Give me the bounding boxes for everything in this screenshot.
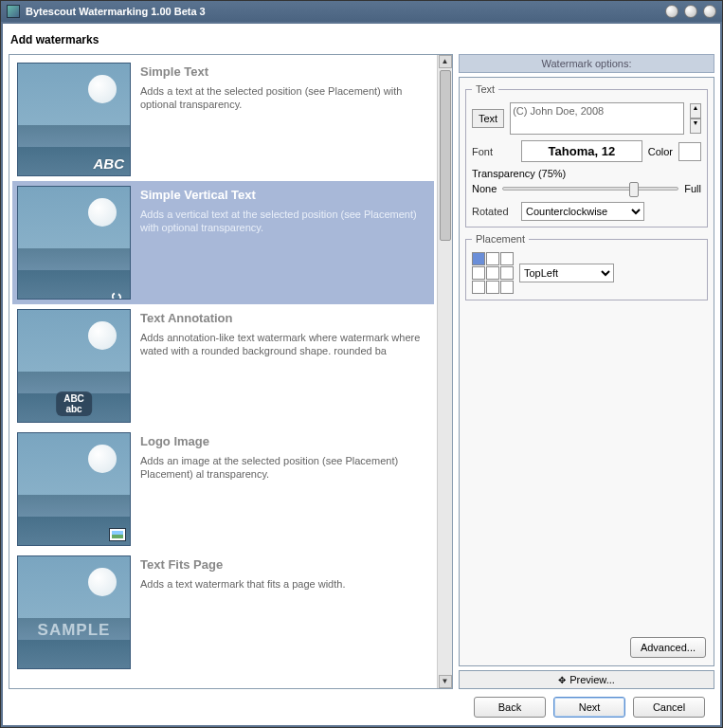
watermark-info: Simple Vertical TextAdds a vertical text… [140,186,429,300]
watermark-description: Adds a vertical text at the selected pos… [140,208,429,235]
watermark-text-input[interactable] [510,102,684,135]
color-picker[interactable] [678,142,701,161]
watermark-item[interactable]: ABCabcText AnnotationAdds annotation-lik… [12,304,434,428]
watermark-thumbnail [17,432,131,546]
watermark-info: Text Fits PageAdds a text watermark that… [140,555,429,669]
page-title: Add watermarks [9,29,714,54]
minimize-button[interactable] [665,5,678,18]
watermark-info: Simple TextAdds a text at the selected p… [140,63,429,176]
watermark-title: Logo Image [140,434,429,448]
watermark-description: Adds an image at the selected position (… [140,454,429,482]
close-button[interactable] [703,5,716,18]
placement-fieldset: Placement [465,233,708,300]
text-spinner: ▲ ▼ [690,103,701,134]
thumb-overlay-annotation: ABCabc [56,391,92,416]
watermark-list: ABCSimple TextAdds a text at the selecte… [9,55,437,688]
thumb-overlay-logo-icon [109,528,126,541]
watermark-description: Adds annotation-like text watermark wher… [140,331,429,358]
thumb-overlay-sample: SAMPLE [20,621,128,640]
placement-legend: Placement [472,233,529,245]
font-label: Font [472,146,515,157]
text-legend: Text [472,83,498,95]
watermark-thumbnail: ABC [17,186,131,300]
font-selector[interactable]: Tahoma, 12 [521,140,642,162]
window-title: Bytescout Watermarking 1.00 Beta 3 [26,6,660,17]
options-panel: Watermark options: Text Text ▲ ▼ [459,54,714,689]
watermark-info: Logo ImageAdds an image at the selected … [140,432,429,546]
moon-icon [88,198,117,227]
options-header: Watermark options: [459,54,714,73]
content-area: Add watermarks ABCSimple TextAdds a text… [3,24,720,725]
text-spin-up[interactable]: ▲ [690,103,701,118]
transparency-label: Transparency (75%) [472,168,701,179]
placement-cell-br[interactable] [500,281,514,294]
moon-icon [88,568,117,596]
maximize-button[interactable] [684,5,697,18]
thumb-overlay-vertical: ABC [109,293,124,300]
titlebar: Bytescout Watermarking 1.00 Beta 3 [1,1,722,22]
placement-select[interactable]: TopLeft [519,264,614,282]
main-panels: ABCSimple TextAdds a text at the selecte… [9,54,714,689]
watermark-item[interactable]: ABCSimple TextAdds a text at the selecte… [12,58,434,181]
watermark-title: Simple Text [140,64,429,79]
scroll-thumb[interactable] [440,70,451,241]
watermark-title: Simple Vertical Text [140,188,429,202]
move-icon: ✥ [558,675,566,685]
wizard-footer: Back Next Cancel [9,689,714,725]
text-mode-button[interactable]: Text [472,109,504,128]
rotated-select[interactable]: Counterclockwise [521,202,644,221]
text-spin-down[interactable]: ▼ [690,118,701,134]
watermark-thumbnail: ABCabc [17,309,131,423]
watermark-item[interactable]: ABCSimple Vertical TextAdds a vertical t… [12,181,434,304]
color-label: Color [648,146,673,157]
scrollbar-vertical[interactable]: ▲ ▼ [437,55,452,688]
watermark-title: Text Annotation [140,311,429,325]
transparency-full-label: Full [684,183,701,194]
advanced-button[interactable]: Advanced... [630,637,706,658]
placement-cell-bl[interactable] [472,281,485,294]
watermark-description: Adds a text watermark that fits a page w… [140,577,429,591]
watermark-info: Text AnnotationAdds annotation-like text… [140,309,429,423]
slider-thumb[interactable] [629,182,639,197]
moon-icon [88,75,117,103]
preview-label: Preview... [569,674,615,685]
transparency-none-label: None [472,183,497,194]
watermark-thumbnail: SAMPLE [17,555,131,669]
placement-cell-bc[interactable] [486,281,499,294]
placement-cell-tr[interactable] [500,252,514,265]
watermark-description: Adds a text at the selected position (se… [140,84,429,112]
back-button[interactable]: Back [474,697,546,718]
rotated-label: Rotated [472,206,515,217]
placement-cell-mc[interactable] [486,266,499,280]
watermark-item[interactable]: SAMPLEText Fits PageAdds a text watermar… [12,551,434,674]
watermark-list-panel: ABCSimple TextAdds a text at the selecte… [9,54,453,689]
options-body: Text Text ▲ ▼ Font Tahoma, 12 [459,77,714,666]
placement-cell-ml[interactable] [472,266,485,280]
scroll-down-arrow[interactable]: ▼ [439,675,452,688]
watermark-thumbnail: ABC [17,63,131,176]
watermark-title: Text Fits Page [140,557,429,572]
thumb-overlay-text: ABC [94,155,125,172]
placement-grid[interactable] [472,252,514,294]
placement-cell-tl[interactable] [472,252,485,265]
scroll-up-arrow[interactable]: ▲ [439,55,452,68]
placement-cell-tc[interactable] [486,252,499,265]
placement-cell-mr[interactable] [500,266,514,280]
cancel-button[interactable]: Cancel [633,697,705,718]
preview-button[interactable]: ✥ Preview... [459,670,714,689]
moon-icon [88,445,117,473]
next-button[interactable]: Next [553,697,625,718]
app-icon [7,5,20,18]
app-window: Bytescout Watermarking 1.00 Beta 3 Add w… [0,0,723,728]
transparency-slider[interactable] [502,187,678,191]
text-fieldset: Text Text ▲ ▼ Font Tahoma, 12 [465,83,708,228]
moon-icon [88,321,117,350]
watermark-item[interactable]: Logo ImageAdds an image at the selected … [12,428,434,551]
